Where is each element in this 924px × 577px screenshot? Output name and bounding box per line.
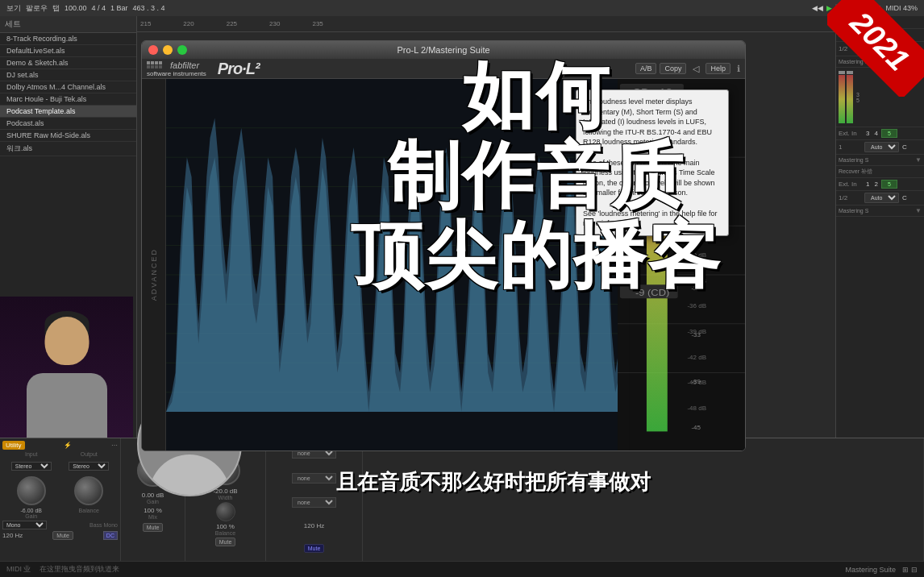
bal-knob[interactable]: [216, 502, 235, 521]
input-label: Input: [11, 451, 52, 457]
output-label: Output: [69, 451, 109, 457]
ff-logo-grid: [147, 61, 162, 68]
utility-header: Utility ⚡ ⋯: [2, 441, 118, 450]
footer-icons[interactable]: ⊞ ⊟: [902, 566, 918, 574]
bass-mono: Bass Mono: [89, 522, 118, 528]
sidebar-item-7[interactable]: Podcast Template.als: [0, 106, 136, 118]
mastering-suite-label: Mastering Suite: [845, 566, 896, 574]
sidebar-item-9[interactable]: SHURE Raw Mid-Side.als: [0, 130, 136, 142]
help-button[interactable]: Help: [705, 63, 730, 74]
input-section: Input Stereo: [11, 451, 52, 471]
utility-hz: 120 Hz Mute DC: [2, 531, 118, 540]
plugin-titlebar: Pro-L 2/Mastering Suite: [142, 41, 745, 59]
select-none-3[interactable]: none: [292, 497, 336, 508]
lufs-value: -14.1: [652, 450, 678, 451]
tooltip-text: The loudness level meter displays Moment…: [583, 97, 722, 147]
right-row-12b: 1/2 Auto C: [836, 191, 924, 205]
bar-display[interactable]: 1 Bar: [110, 4, 128, 12]
right-row-ext2: Ext. In 3 4 5: [836, 127, 924, 140]
right-select-auto3[interactable]: Auto: [864, 193, 899, 203]
plugin-left-panel: ADVANCED: [142, 79, 166, 451]
balance-label: Balance: [74, 508, 103, 513]
dc-label: DC: [103, 531, 118, 540]
sidebar-item-5[interactable]: Dolby Atmos M...4 Channel.als: [0, 81, 136, 93]
mute-btn[interactable]: Mute: [52, 531, 73, 540]
mix-label: Mix: [148, 514, 157, 520]
info-icon[interactable]: ℹ: [737, 64, 740, 74]
close-btn[interactable]: [148, 45, 158, 55]
balance-knob-section: Balance: [74, 474, 103, 519]
ab-button[interactable]: A/B: [635, 63, 657, 74]
lufs-display: -14.1 LUFS: [652, 450, 705, 451]
plugin-window: Pro-L 2/Mastering Suite f: [141, 40, 746, 451]
badge-year: 2021: [827, 0, 924, 97]
bpm-display[interactable]: 100.00: [65, 4, 87, 12]
output-section: Output Stereo: [69, 451, 109, 471]
drop-text: 在这里拖曳音频到轨道来: [40, 565, 119, 573]
footer-right: Mastering Suite ⊞ ⊟: [845, 566, 918, 574]
mute-btn-2[interactable]: Mute: [304, 544, 325, 553]
sidebar-item-6[interactable]: Marc Houle - Buji Tek.als: [0, 93, 136, 106]
selects-section: none none none 120 Hz Mute: [266, 438, 363, 562]
input-select[interactable]: Stereo: [11, 462, 52, 471]
sidebar-item-2[interactable]: DefaultLiveSet.als: [0, 45, 136, 57]
mono-select[interactable]: Mono: [2, 521, 47, 529]
right-row-ext3: Ext. In 1 2 5: [836, 178, 924, 191]
right-row-mastering3: Mastering S ▼: [836, 205, 924, 217]
svg-text:-9 (CD): -9 (CD): [635, 287, 669, 297]
main-container: 보기 팔로우 탭 100.00 4 / 4 1 Bar 463 . 3 . 4 …: [0, 0, 924, 577]
tooltip-text-2: One of these can be set as the main loud…: [583, 158, 722, 198]
utility-power[interactable]: ⚡: [64, 442, 72, 449]
output-select[interactable]: Stereo: [69, 462, 109, 471]
mix-val: 100 %: [144, 507, 162, 514]
utility-io: Input Stereo Output Stereo: [2, 451, 118, 471]
sidebar-item-8[interactable]: Podcast.als: [0, 118, 136, 130]
recover-row: Recover 补偿: [836, 166, 924, 178]
transport-bar: 보기 팔로우 탭 100.00 4 / 4 1 Bar 463 . 3 . 4 …: [0, 0, 924, 16]
time-signature[interactable]: 4 / 4: [92, 4, 106, 12]
transport-menu-1[interactable]: 보기: [6, 3, 21, 14]
plugin-window-title: Pro-L 2/Mastering Suite: [397, 45, 489, 55]
gain-knob[interactable]: [17, 476, 46, 505]
brand-name: fabfilter: [170, 60, 199, 70]
person-body: [27, 373, 107, 438]
avatar-circle-body: [149, 455, 230, 496]
gain-knob-section: -6.00 dB Gain: [17, 474, 46, 519]
gain-label: Gain: [17, 513, 46, 519]
footer-bar: MIDI 业 在这里拖曳音频到轨道来 Mastering Suite ⊞ ⊟: [0, 561, 924, 577]
rewind-btn[interactable]: ◀◀: [812, 4, 823, 12]
right-row-mastering2: Mastering S ▼: [836, 155, 924, 166]
width-mute-btn[interactable]: Mute: [215, 538, 236, 546]
webcam-overlay: [0, 297, 133, 438]
tooltip-text-3: See 'loudness metering' in the help file…: [583, 209, 722, 229]
badge-2021: 2021: [827, 0, 924, 97]
sidebar-item-10[interactable]: 워크.als: [0, 142, 136, 156]
select-none-2[interactable]: none: [292, 473, 336, 484]
transport-menu-3[interactable]: 탭: [52, 3, 60, 14]
person-background: [0, 297, 133, 438]
fullscreen-btn[interactable]: [177, 45, 187, 55]
expand-icon[interactable]: ◁: [693, 64, 699, 74]
ff-brand: fabfilter software instruments: [147, 60, 206, 77]
copy-button[interactable]: Copy: [660, 63, 686, 74]
hz-val: 120 Hz: [304, 522, 324, 529]
position-display: 463 . 3 . 4: [133, 4, 165, 12]
sidebar-item-1[interactable]: 8-Track Recording.als: [0, 33, 136, 45]
midi-label: MIDI 业: [6, 565, 31, 573]
gain-val-display: -6.00 dB: [17, 508, 46, 513]
gain-mute-btn[interactable]: Mute: [143, 523, 164, 532]
product-name: Pro·L²: [218, 60, 260, 78]
advanced-text: ADVANCED: [150, 248, 158, 301]
brand-subtitle: software instruments: [147, 70, 206, 77]
person-head: [44, 317, 89, 365]
sidebar-item-4[interactable]: DJ set.als: [0, 69, 136, 81]
utility-more[interactable]: ⋯: [111, 442, 118, 449]
transport-menu-2[interactable]: 팔로우: [26, 3, 48, 14]
bal-label: Balance: [215, 530, 235, 536]
minimize-btn[interactable]: [163, 45, 173, 55]
right-select-auto2[interactable]: Auto: [864, 142, 899, 152]
bal-val: 100 %: [216, 523, 235, 530]
balance-knob[interactable]: [74, 476, 103, 505]
tooltip-popup: The loudness level meter displays Moment…: [576, 89, 729, 236]
sidebar-item-3[interactable]: Demo & Sketch.als: [0, 57, 136, 69]
